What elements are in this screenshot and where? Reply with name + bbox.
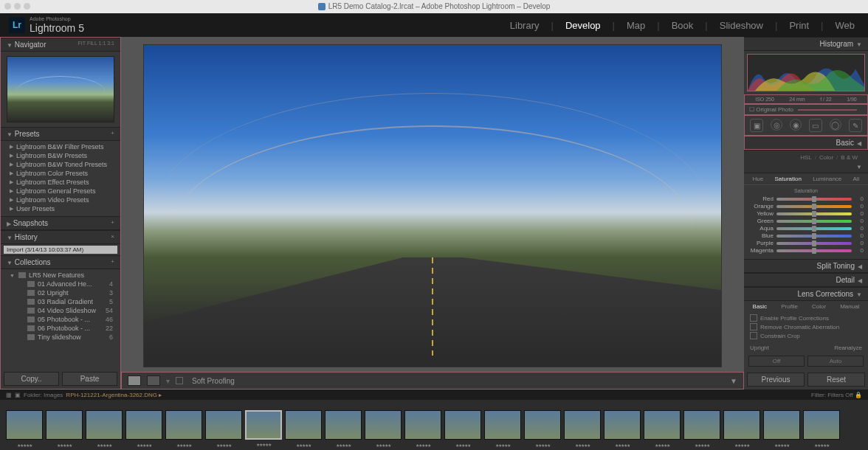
saturation-slider-magenta[interactable]: Magenta0 bbox=[748, 247, 864, 254]
preset-folder[interactable]: ▶ Lightroom B&W Toned Presets bbox=[10, 160, 120, 169]
redeye-tool-icon[interactable]: ◉ bbox=[790, 119, 802, 131]
collection-item[interactable]: 05 Photobook - ...46 bbox=[10, 315, 120, 324]
filmstrip-thumb[interactable]: ★★★★★ bbox=[86, 410, 123, 440]
module-book[interactable]: Book bbox=[667, 18, 698, 32]
filmstrip-thumb[interactable]: ★★★★★ bbox=[285, 410, 322, 440]
navigator-preview[interactable] bbox=[7, 56, 114, 122]
history-entry[interactable]: Import (3/14/13 10:03:37 AM) bbox=[4, 246, 117, 254]
preset-folder[interactable]: ▶ Lightroom Color Presets bbox=[10, 169, 120, 178]
loupe-view-button[interactable] bbox=[128, 375, 141, 386]
detail-header[interactable]: Detail◀ bbox=[744, 273, 868, 287]
filmstrip-thumb[interactable]: ★★★★★ bbox=[325, 410, 362, 440]
module-library[interactable]: Library bbox=[506, 18, 544, 32]
hsl-subtab-hue[interactable]: Hue bbox=[753, 176, 764, 182]
filmstrip-thumb[interactable]: ★★★★★ bbox=[644, 410, 681, 440]
filmstrip-thumb[interactable]: ★★★★★ bbox=[723, 410, 760, 440]
split-toning-header[interactable]: Split Toning◀ bbox=[744, 259, 868, 273]
lens-tab-profile[interactable]: Profile bbox=[781, 303, 798, 310]
histogram-graph[interactable] bbox=[747, 54, 865, 91]
soft-proof-checkbox[interactable] bbox=[176, 377, 183, 384]
previous-button[interactable]: Previous bbox=[747, 373, 805, 387]
copy-button[interactable]: Copy.. bbox=[4, 372, 59, 386]
hsl-subtab-saturation[interactable]: Saturation bbox=[774, 176, 801, 182]
module-slideshow[interactable]: Slideshow bbox=[715, 18, 768, 32]
filmstrip-thumb[interactable]: ★★★★★ bbox=[524, 410, 561, 440]
module-develop[interactable]: Develop bbox=[561, 18, 605, 32]
saturation-slider-orange[interactable]: Orange0 bbox=[748, 203, 864, 210]
lens-check[interactable]: Remove Chromatic Aberration bbox=[750, 322, 862, 331]
reset-button[interactable]: Reset bbox=[807, 373, 865, 387]
collection-set[interactable]: ▼ LR5 New Features bbox=[10, 271, 120, 280]
second-window-icon[interactable]: ▣ bbox=[15, 392, 21, 398]
filter-lock-icon[interactable]: 🔒 bbox=[855, 392, 862, 398]
history-header[interactable]: ▼ History× bbox=[1, 230, 120, 244]
filmstrip-thumb[interactable]: ★★★★★ bbox=[125, 410, 162, 440]
filmstrip-thumb[interactable]: ★★★★★ bbox=[683, 410, 720, 440]
preset-folder[interactable]: ▶ User Presets bbox=[10, 204, 120, 213]
saturation-slider-purple[interactable]: Purple0 bbox=[748, 240, 864, 246]
saturation-slider-red[interactable]: Red0 bbox=[748, 195, 864, 202]
filmstrip-thumb[interactable]: ★★★★★ bbox=[564, 410, 601, 440]
hsl-tab-bw[interactable]: B & W bbox=[841, 154, 858, 161]
compare-view-button[interactable] bbox=[147, 375, 160, 386]
preset-folder[interactable]: ▶ Lightroom Effect Presets bbox=[10, 178, 120, 187]
filmstrip-thumb[interactable]: ★★★★★ bbox=[404, 410, 441, 440]
hsl-subtab-all[interactable]: All bbox=[853, 176, 860, 182]
presets-header[interactable]: ▼ Presets+ bbox=[1, 127, 120, 141]
collection-item[interactable]: 01 Advanced He...4 bbox=[10, 280, 120, 288]
collection-item[interactable]: 03 Radial Gradient5 bbox=[10, 297, 120, 306]
lens-check[interactable]: Enable Profile Corrections bbox=[750, 314, 862, 322]
filmstrip-thumb[interactable]: ★★★★★ bbox=[803, 410, 840, 440]
saturation-slider-green[interactable]: Green0 bbox=[748, 218, 864, 224]
reanalyze-button[interactable]: Reanalyze bbox=[834, 345, 862, 351]
hsl-tab-color[interactable]: Color bbox=[819, 154, 833, 161]
lens-tab-manual[interactable]: Manual bbox=[840, 303, 859, 310]
snapshots-header[interactable]: ▶ Snapshots+ bbox=[1, 216, 120, 230]
saturation-slider-blue[interactable]: Blue0 bbox=[748, 232, 864, 239]
filmstrip-thumb[interactable]: ★★★★★ bbox=[165, 410, 202, 440]
filmstrip-thumb[interactable]: ★★★★★ bbox=[205, 410, 242, 440]
module-web[interactable]: Web bbox=[831, 18, 860, 32]
collections-header[interactable]: ▼ Collections+ bbox=[1, 255, 120, 269]
brush-tool-icon[interactable]: ✎ bbox=[849, 119, 862, 132]
preset-folder[interactable]: ▶ Lightroom General Presets bbox=[10, 187, 120, 195]
toolbar-menu-icon[interactable]: ▼ bbox=[730, 377, 737, 385]
paste-button[interactable]: Paste bbox=[62, 372, 117, 386]
module-map[interactable]: Map bbox=[622, 18, 650, 32]
basic-panel-header[interactable]: Basic◀ bbox=[744, 136, 868, 150]
saturation-slider-aqua[interactable]: Aqua0 bbox=[748, 225, 864, 232]
navigator-header[interactable]: ▼ Navigator FIT FILL 1:1 3:1 bbox=[1, 38, 120, 52]
collection-item[interactable]: 04 Video Slideshow54 bbox=[10, 306, 120, 315]
graduated-tool-icon[interactable]: ▭ bbox=[809, 119, 822, 132]
lens-check[interactable]: Constrain Crop bbox=[750, 331, 862, 340]
preset-folder[interactable]: ▶ Lightroom B&W Filter Presets bbox=[10, 142, 120, 151]
upright-off-button[interactable]: Off bbox=[748, 356, 805, 367]
radial-tool-icon[interactable]: ◯ bbox=[830, 119, 841, 131]
preset-folder[interactable]: ▶ Lightroom Video Presets bbox=[10, 195, 120, 204]
filmstrip-thumb[interactable]: ★★★★★ bbox=[484, 410, 521, 440]
grid-icon[interactable]: ▦ bbox=[6, 392, 12, 398]
main-photo-preview[interactable] bbox=[143, 44, 722, 367]
saturation-slider-yellow[interactable]: Yellow0 bbox=[748, 210, 864, 217]
histogram-header[interactable]: Histogram▼ bbox=[744, 37, 868, 51]
filters-off-button[interactable]: Filters Off bbox=[827, 392, 853, 398]
hsl-panel-header[interactable]: HSL/Color/B & W▼ bbox=[744, 150, 868, 173]
crop-tool-icon[interactable]: ▣ bbox=[750, 119, 763, 132]
spot-tool-icon[interactable]: ◎ bbox=[771, 119, 782, 131]
collection-item[interactable]: 06 Photobook - ...22 bbox=[10, 324, 120, 333]
filmstrip-thumb[interactable]: ★★★★★ bbox=[763, 410, 800, 440]
preset-folder[interactable]: ▶ Lightroom B&W Presets bbox=[10, 151, 120, 160]
upright-auto-button[interactable]: Auto bbox=[807, 356, 864, 367]
filmstrip-thumb[interactable]: ★★★★★ bbox=[46, 410, 83, 440]
filmstrip-thumb[interactable]: ★★★★★ bbox=[444, 410, 481, 440]
filmstrip-thumb[interactable]: ★★★★★ bbox=[245, 410, 282, 440]
lens-corrections-header[interactable]: Lens Corrections▼ bbox=[744, 287, 868, 301]
filmstrip-thumb[interactable]: ★★★★★ bbox=[6, 410, 43, 440]
filmstrip-thumb[interactable]: ★★★★★ bbox=[365, 410, 402, 440]
lens-tab-basic[interactable]: Basic bbox=[753, 303, 768, 310]
module-print[interactable]: Print bbox=[785, 18, 813, 32]
breadcrumb[interactable]: RPH-121221-Argentina-3262.DNG ▸ bbox=[66, 392, 162, 398]
collection-item[interactable]: Tiny slideshow6 bbox=[10, 333, 120, 342]
filmstrip-thumb[interactable]: ★★★★★ bbox=[604, 410, 641, 440]
hsl-tab-hsl[interactable]: HSL bbox=[800, 154, 812, 161]
